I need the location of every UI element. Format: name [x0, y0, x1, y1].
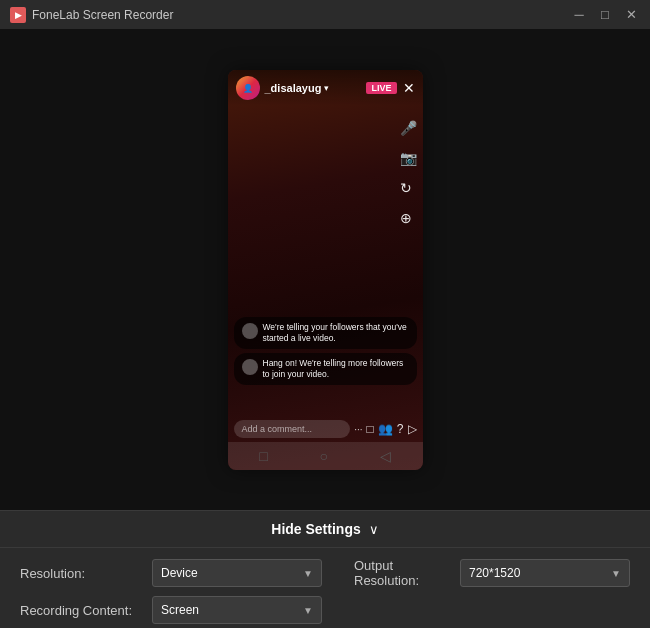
ig-msg-icon-1	[242, 323, 258, 339]
ig-comment-row: Add a comment... ··· □ 👥 ? ▷	[228, 416, 423, 442]
ig-video-background	[228, 70, 423, 470]
maximize-button[interactable]: □	[596, 6, 614, 24]
recording-content-row: Recording Content: Screen ▼	[20, 596, 630, 624]
window-controls: ─ □ ✕	[570, 6, 640, 24]
recording-content-label: Recording Content:	[20, 603, 140, 618]
recording-content-value: Screen	[161, 603, 199, 617]
camera-flip-icon[interactable]: 📷	[400, 150, 417, 166]
app-icon: ▶	[10, 7, 26, 23]
recording-content-select[interactable]: Screen ▼	[152, 596, 322, 624]
ig-caret-icon: ▾	[324, 83, 329, 93]
main-preview-area: 👤 _disalayug ▾ LIVE ✕ 🎤 📷 ↻ ⊕ We're tell…	[0, 30, 650, 510]
ig-msg-text-2: Hang on! We're telling more followers to…	[263, 358, 409, 380]
output-resolution-label: Output Resolution:	[354, 558, 448, 588]
recording-content-chevron-icon: ▼	[303, 605, 313, 616]
resolution-chevron-icon: ▼	[303, 568, 313, 579]
close-button[interactable]: ✕	[622, 6, 640, 24]
ig-live-badge: LIVE	[366, 82, 396, 94]
ig-message-2: Hang on! We're telling more followers to…	[234, 353, 417, 385]
resolution-label: Resolution:	[20, 566, 140, 581]
ig-ctrl-3[interactable]: ◁	[380, 448, 391, 464]
ig-message-1: We're telling your followers that you've…	[234, 317, 417, 349]
ig-header: 👤 _disalayug ▾ LIVE ✕	[228, 70, 423, 106]
hide-settings-chevron-icon: ∨	[369, 522, 379, 537]
ig-person-add-icon[interactable]: 👥	[378, 422, 393, 436]
ig-photo-icon[interactable]: □	[367, 422, 374, 436]
output-resolution-value: 720*1520	[469, 566, 520, 580]
output-resolution-chevron-icon: ▼	[611, 568, 621, 579]
ig-comment-input[interactable]: Add a comment...	[234, 420, 351, 438]
ig-ctrl-2[interactable]: ○	[320, 448, 328, 464]
ig-bottom-bar: Add a comment... ··· □ 👥 ? ▷ □ ○ ◁	[228, 416, 423, 470]
resolution-value: Device	[161, 566, 198, 580]
ig-ctrl-1[interactable]: □	[259, 448, 267, 464]
title-bar-left: ▶ FoneLab Screen Recorder	[10, 7, 173, 23]
ig-msg-icon-2	[242, 359, 258, 375]
phone-frame: 👤 _disalayug ▾ LIVE ✕ 🎤 📷 ↻ ⊕ We're tell…	[228, 70, 423, 470]
settings-panel: Resolution: Device ▼ Output Resolution: …	[0, 548, 650, 628]
ig-close-icon[interactable]: ✕	[403, 80, 415, 96]
resolution-row: Resolution: Device ▼ Output Resolution: …	[20, 558, 630, 588]
add-person-icon[interactable]: ⊕	[400, 210, 417, 226]
microphone-icon[interactable]: 🎤	[400, 120, 417, 136]
hide-settings-label: Hide Settings	[271, 521, 360, 537]
ig-more-options-icon[interactable]: ···	[354, 424, 362, 435]
ig-controls-row: □ ○ ◁	[228, 442, 423, 470]
ig-messages-overlay: We're telling your followers that you've…	[228, 317, 423, 385]
output-resolution-select[interactable]: 720*1520 ▼	[460, 559, 630, 587]
hide-settings-bar[interactable]: Hide Settings ∨	[0, 510, 650, 548]
refresh-icon[interactable]: ↻	[400, 180, 417, 196]
phone-right-icons: 🎤 📷 ↻ ⊕	[400, 120, 417, 226]
app-title: FoneLab Screen Recorder	[32, 8, 173, 22]
ig-username: _disalayug	[265, 82, 322, 94]
ig-avatar: 👤	[236, 76, 260, 100]
ig-msg-text-1: We're telling your followers that you've…	[263, 322, 409, 344]
resolution-select[interactable]: Device ▼	[152, 559, 322, 587]
title-bar: ▶ FoneLab Screen Recorder ─ □ ✕	[0, 0, 650, 30]
ig-comment-placeholder: Add a comment...	[242, 424, 313, 434]
ig-question-icon[interactable]: ?	[397, 422, 404, 436]
ig-send-icon[interactable]: ▷	[408, 422, 417, 436]
minimize-button[interactable]: ─	[570, 6, 588, 24]
